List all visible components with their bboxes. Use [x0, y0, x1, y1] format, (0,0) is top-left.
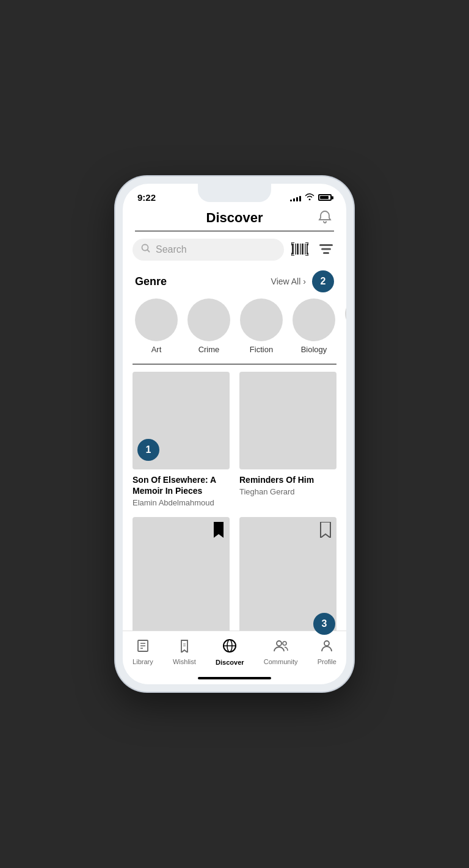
genre-item-fiction[interactable]: Fiction	[240, 298, 283, 354]
genre-section-header: Genre View All › 2	[123, 268, 346, 298]
books-section: Son Of Elsewhere: A Memoir In Pieces Ela…	[123, 364, 346, 631]
book-title-2: Reminders Of Him	[239, 474, 336, 485]
genre-item-art[interactable]: Art	[135, 298, 178, 354]
notification-button[interactable]	[316, 208, 334, 229]
nav-item-discover[interactable]: Discover	[209, 637, 250, 667]
search-input-wrap[interactable]: Search	[133, 239, 284, 261]
search-row: Search	[123, 231, 346, 268]
svg-rect-10	[323, 252, 329, 254]
battery-icon	[318, 194, 332, 201]
svg-point-18	[277, 641, 282, 646]
nav-item-wishlist[interactable]: Wishlist	[167, 638, 202, 667]
book-author-2: Tieghan Gerard	[239, 487, 336, 496]
genre-item-extra[interactable]	[345, 298, 346, 354]
genre-badge-2[interactable]: 2	[312, 270, 334, 292]
status-icons	[290, 193, 332, 202]
nav-item-community[interactable]: Community	[258, 638, 304, 667]
books-grid: Son Of Elsewhere: A Memoir In Pieces Ela…	[133, 372, 336, 631]
page-header: Discover	[123, 205, 346, 231]
nav-label-wishlist: Wishlist	[173, 658, 196, 665]
barcode-button[interactable]	[289, 240, 311, 260]
filter-button[interactable]	[316, 240, 336, 260]
nav-label-discover: Discover	[216, 659, 244, 666]
genre-circle-biology	[293, 298, 335, 341]
genre-scroll: Art Crime Fiction Biology	[123, 298, 346, 364]
svg-rect-5	[302, 244, 304, 255]
svg-rect-6	[305, 244, 306, 255]
svg-point-19	[283, 642, 286, 645]
svg-rect-4	[300, 244, 301, 255]
status-time: 9:22	[137, 192, 156, 203]
bottom-nav: Library Wishlist	[123, 631, 346, 672]
floating-badge-1[interactable]: 1	[137, 439, 159, 461]
genre-item-biology[interactable]: Biology	[293, 298, 335, 354]
svg-rect-2	[295, 244, 296, 255]
nav-label-profile: Profile	[318, 658, 336, 665]
search-icon	[141, 244, 151, 256]
book-cover-3	[133, 517, 230, 631]
book-cover-2	[239, 372, 336, 469]
wifi-icon	[305, 193, 314, 202]
genre-circle-fiction	[240, 298, 283, 341]
genre-circle-extra	[345, 298, 346, 329]
nav-label-community: Community	[264, 658, 298, 665]
svg-point-20	[324, 641, 329, 646]
svg-rect-8	[319, 244, 333, 246]
genre-label-biology: Biology	[301, 345, 327, 354]
genre-label-crime: Crime	[198, 345, 220, 354]
floating-badge-3[interactable]: 3	[313, 613, 335, 635]
book-author-1: Elamin Abdelmahmoud	[133, 498, 230, 507]
bookmark-outline-icon	[319, 522, 332, 540]
genre-circle-art	[135, 298, 178, 341]
search-placeholder: Search	[156, 244, 187, 255]
svg-rect-3	[297, 244, 299, 255]
nav-item-library[interactable]: Library	[126, 638, 159, 667]
book-card-3[interactable]: Son of Elsewhere: A Memoir in Pieces Ela…	[133, 517, 230, 631]
svg-rect-9	[321, 248, 331, 250]
genre-item-crime[interactable]: Crime	[187, 298, 230, 354]
discover-icon	[222, 638, 237, 657]
chevron-right-icon: ›	[303, 277, 306, 286]
community-icon	[273, 639, 289, 656]
book-title-1: Son Of Elsewhere: A Memoir In Pieces	[133, 474, 230, 496]
genre-section-title: Genre	[135, 275, 167, 288]
genre-circle-crime	[187, 298, 230, 341]
page-title: Discover	[206, 210, 263, 226]
signal-icon	[290, 194, 301, 201]
home-bar	[198, 677, 271, 679]
profile-icon	[320, 639, 333, 656]
home-indicator	[123, 672, 346, 684]
phone-notch	[198, 184, 271, 202]
genre-label-fiction: Fiction	[250, 345, 273, 354]
nav-label-library: Library	[133, 658, 153, 665]
view-all-button[interactable]: View All ›	[271, 277, 306, 286]
nav-item-profile[interactable]: Profile	[311, 638, 343, 667]
svg-rect-1	[292, 244, 294, 255]
genre-label-art: Art	[151, 345, 162, 354]
library-icon	[136, 639, 150, 656]
bookmark-filled-icon	[213, 522, 225, 540]
wishlist-icon	[178, 639, 191, 656]
view-all-label: View All	[271, 277, 301, 286]
book-card-2[interactable]: Reminders Of Him Tieghan Gerard	[239, 372, 336, 507]
svg-rect-7	[307, 244, 308, 255]
